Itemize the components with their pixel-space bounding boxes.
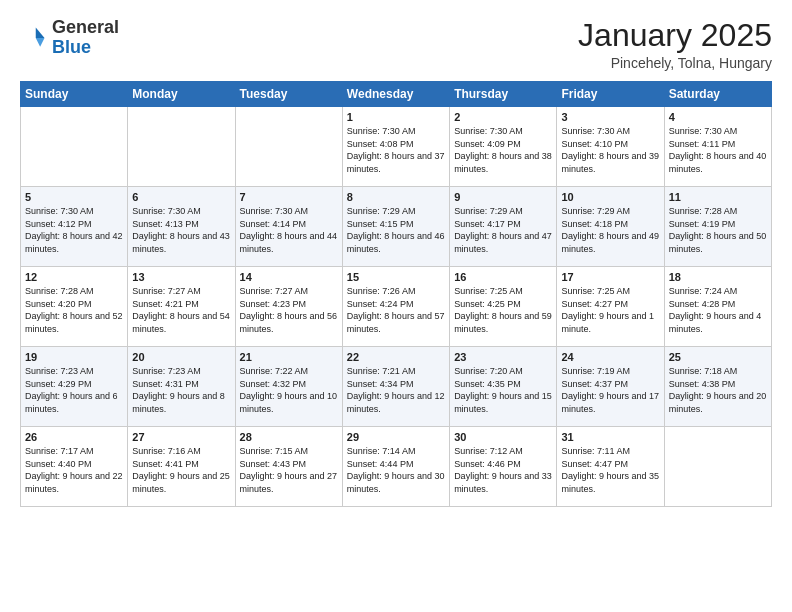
calendar-week-3: 12Sunrise: 7:28 AM Sunset: 4:20 PM Dayli… xyxy=(21,267,772,347)
day-number: 9 xyxy=(454,191,552,203)
calendar-cell: 11Sunrise: 7:28 AM Sunset: 4:19 PM Dayli… xyxy=(664,187,771,267)
calendar-cell: 25Sunrise: 7:18 AM Sunset: 4:38 PM Dayli… xyxy=(664,347,771,427)
calendar-cell: 26Sunrise: 7:17 AM Sunset: 4:40 PM Dayli… xyxy=(21,427,128,507)
calendar-cell: 7Sunrise: 7:30 AM Sunset: 4:14 PM Daylig… xyxy=(235,187,342,267)
calendar-cell: 1Sunrise: 7:30 AM Sunset: 4:08 PM Daylig… xyxy=(342,107,449,187)
day-number: 2 xyxy=(454,111,552,123)
calendar-cell: 9Sunrise: 7:29 AM Sunset: 4:17 PM Daylig… xyxy=(450,187,557,267)
day-number: 7 xyxy=(240,191,338,203)
col-saturday: Saturday xyxy=(664,82,771,107)
calendar-table: Sunday Monday Tuesday Wednesday Thursday… xyxy=(20,81,772,507)
day-info: Sunrise: 7:17 AM Sunset: 4:40 PM Dayligh… xyxy=(25,445,123,495)
calendar-cell: 19Sunrise: 7:23 AM Sunset: 4:29 PM Dayli… xyxy=(21,347,128,427)
calendar-title: January 2025 xyxy=(578,18,772,53)
day-number: 18 xyxy=(669,271,767,283)
day-number: 5 xyxy=(25,191,123,203)
day-number: 17 xyxy=(561,271,659,283)
col-tuesday: Tuesday xyxy=(235,82,342,107)
calendar-week-4: 19Sunrise: 7:23 AM Sunset: 4:29 PM Dayli… xyxy=(21,347,772,427)
day-info: Sunrise: 7:11 AM Sunset: 4:47 PM Dayligh… xyxy=(561,445,659,495)
calendar-cell xyxy=(128,107,235,187)
day-info: Sunrise: 7:26 AM Sunset: 4:24 PM Dayligh… xyxy=(347,285,445,335)
day-info: Sunrise: 7:14 AM Sunset: 4:44 PM Dayligh… xyxy=(347,445,445,495)
day-info: Sunrise: 7:29 AM Sunset: 4:18 PM Dayligh… xyxy=(561,205,659,255)
page: General Blue January 2025 Pincehely, Tol… xyxy=(0,0,792,612)
calendar-week-2: 5Sunrise: 7:30 AM Sunset: 4:12 PM Daylig… xyxy=(21,187,772,267)
calendar-cell: 22Sunrise: 7:21 AM Sunset: 4:34 PM Dayli… xyxy=(342,347,449,427)
day-info: Sunrise: 7:30 AM Sunset: 4:12 PM Dayligh… xyxy=(25,205,123,255)
calendar-cell: 5Sunrise: 7:30 AM Sunset: 4:12 PM Daylig… xyxy=(21,187,128,267)
day-number: 24 xyxy=(561,351,659,363)
day-info: Sunrise: 7:21 AM Sunset: 4:34 PM Dayligh… xyxy=(347,365,445,415)
day-number: 25 xyxy=(669,351,767,363)
calendar-cell: 15Sunrise: 7:26 AM Sunset: 4:24 PM Dayli… xyxy=(342,267,449,347)
day-number: 11 xyxy=(669,191,767,203)
day-number: 8 xyxy=(347,191,445,203)
day-number: 20 xyxy=(132,351,230,363)
calendar-cell: 23Sunrise: 7:20 AM Sunset: 4:35 PM Dayli… xyxy=(450,347,557,427)
day-number: 27 xyxy=(132,431,230,443)
calendar-cell: 4Sunrise: 7:30 AM Sunset: 4:11 PM Daylig… xyxy=(664,107,771,187)
col-wednesday: Wednesday xyxy=(342,82,449,107)
calendar-cell: 24Sunrise: 7:19 AM Sunset: 4:37 PM Dayli… xyxy=(557,347,664,427)
day-number: 1 xyxy=(347,111,445,123)
col-monday: Monday xyxy=(128,82,235,107)
calendar-cell: 30Sunrise: 7:12 AM Sunset: 4:46 PM Dayli… xyxy=(450,427,557,507)
day-info: Sunrise: 7:19 AM Sunset: 4:37 PM Dayligh… xyxy=(561,365,659,415)
day-info: Sunrise: 7:30 AM Sunset: 4:14 PM Dayligh… xyxy=(240,205,338,255)
day-number: 29 xyxy=(347,431,445,443)
day-info: Sunrise: 7:29 AM Sunset: 4:17 PM Dayligh… xyxy=(454,205,552,255)
day-info: Sunrise: 7:30 AM Sunset: 4:11 PM Dayligh… xyxy=(669,125,767,175)
calendar-cell xyxy=(21,107,128,187)
header: General Blue January 2025 Pincehely, Tol… xyxy=(20,18,772,71)
calendar-cell: 17Sunrise: 7:25 AM Sunset: 4:27 PM Dayli… xyxy=(557,267,664,347)
calendar-cell: 3Sunrise: 7:30 AM Sunset: 4:10 PM Daylig… xyxy=(557,107,664,187)
logo-icon xyxy=(20,24,48,52)
calendar-cell: 31Sunrise: 7:11 AM Sunset: 4:47 PM Dayli… xyxy=(557,427,664,507)
calendar-cell: 14Sunrise: 7:27 AM Sunset: 4:23 PM Dayli… xyxy=(235,267,342,347)
logo-blue: Blue xyxy=(52,37,91,57)
day-info: Sunrise: 7:30 AM Sunset: 4:08 PM Dayligh… xyxy=(347,125,445,175)
day-info: Sunrise: 7:12 AM Sunset: 4:46 PM Dayligh… xyxy=(454,445,552,495)
day-info: Sunrise: 7:20 AM Sunset: 4:35 PM Dayligh… xyxy=(454,365,552,415)
calendar-cell: 18Sunrise: 7:24 AM Sunset: 4:28 PM Dayli… xyxy=(664,267,771,347)
svg-marker-1 xyxy=(36,38,45,47)
day-info: Sunrise: 7:16 AM Sunset: 4:41 PM Dayligh… xyxy=(132,445,230,495)
logo-text: General Blue xyxy=(52,18,119,58)
day-number: 6 xyxy=(132,191,230,203)
day-number: 21 xyxy=(240,351,338,363)
calendar-cell: 20Sunrise: 7:23 AM Sunset: 4:31 PM Dayli… xyxy=(128,347,235,427)
day-info: Sunrise: 7:25 AM Sunset: 4:27 PM Dayligh… xyxy=(561,285,659,335)
day-number: 28 xyxy=(240,431,338,443)
day-number: 22 xyxy=(347,351,445,363)
day-info: Sunrise: 7:29 AM Sunset: 4:15 PM Dayligh… xyxy=(347,205,445,255)
day-number: 13 xyxy=(132,271,230,283)
calendar-cell: 8Sunrise: 7:29 AM Sunset: 4:15 PM Daylig… xyxy=(342,187,449,267)
day-info: Sunrise: 7:30 AM Sunset: 4:09 PM Dayligh… xyxy=(454,125,552,175)
day-number: 30 xyxy=(454,431,552,443)
logo: General Blue xyxy=(20,18,119,58)
day-number: 26 xyxy=(25,431,123,443)
calendar-week-5: 26Sunrise: 7:17 AM Sunset: 4:40 PM Dayli… xyxy=(21,427,772,507)
calendar-cell: 10Sunrise: 7:29 AM Sunset: 4:18 PM Dayli… xyxy=(557,187,664,267)
day-info: Sunrise: 7:27 AM Sunset: 4:23 PM Dayligh… xyxy=(240,285,338,335)
day-info: Sunrise: 7:28 AM Sunset: 4:20 PM Dayligh… xyxy=(25,285,123,335)
calendar-cell: 12Sunrise: 7:28 AM Sunset: 4:20 PM Dayli… xyxy=(21,267,128,347)
calendar-cell: 28Sunrise: 7:15 AM Sunset: 4:43 PM Dayli… xyxy=(235,427,342,507)
day-info: Sunrise: 7:15 AM Sunset: 4:43 PM Dayligh… xyxy=(240,445,338,495)
day-number: 14 xyxy=(240,271,338,283)
calendar-week-1: 1Sunrise: 7:30 AM Sunset: 4:08 PM Daylig… xyxy=(21,107,772,187)
calendar-cell: 21Sunrise: 7:22 AM Sunset: 4:32 PM Dayli… xyxy=(235,347,342,427)
day-info: Sunrise: 7:18 AM Sunset: 4:38 PM Dayligh… xyxy=(669,365,767,415)
day-info: Sunrise: 7:23 AM Sunset: 4:31 PM Dayligh… xyxy=(132,365,230,415)
day-info: Sunrise: 7:28 AM Sunset: 4:19 PM Dayligh… xyxy=(669,205,767,255)
calendar-cell: 16Sunrise: 7:25 AM Sunset: 4:25 PM Dayli… xyxy=(450,267,557,347)
day-number: 4 xyxy=(669,111,767,123)
day-info: Sunrise: 7:23 AM Sunset: 4:29 PM Dayligh… xyxy=(25,365,123,415)
calendar-cell: 27Sunrise: 7:16 AM Sunset: 4:41 PM Dayli… xyxy=(128,427,235,507)
title-block: January 2025 Pincehely, Tolna, Hungary xyxy=(578,18,772,71)
day-info: Sunrise: 7:25 AM Sunset: 4:25 PM Dayligh… xyxy=(454,285,552,335)
calendar-cell: 6Sunrise: 7:30 AM Sunset: 4:13 PM Daylig… xyxy=(128,187,235,267)
svg-marker-0 xyxy=(36,27,45,38)
day-info: Sunrise: 7:30 AM Sunset: 4:10 PM Dayligh… xyxy=(561,125,659,175)
